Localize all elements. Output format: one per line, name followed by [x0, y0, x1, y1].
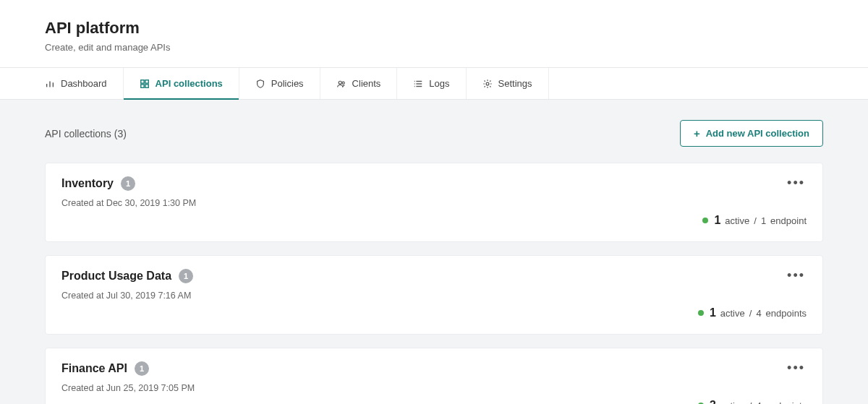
shield-icon [255, 79, 265, 89]
more-icon[interactable]: ••• [786, 361, 807, 374]
active-count: 1 [714, 214, 720, 227]
collections-list: Inventory 1 Created at Dec 30, 2019 1:30… [45, 163, 823, 404]
collection-status: 3 active / 4 endpoints [61, 399, 807, 404]
endpoint-label: endpoints [766, 400, 807, 404]
tab-bar: Dashboard API collections Policies Clien… [0, 67, 868, 100]
collection-badge: 1 [121, 176, 135, 191]
tab-dashboard[interactable]: Dashboard [45, 68, 124, 99]
collection-card[interactable]: Inventory 1 Created at Dec 30, 2019 1:30… [45, 163, 823, 242]
tab-label: Logs [429, 78, 449, 89]
svg-point-15 [486, 82, 489, 85]
tab-label: Clients [352, 78, 381, 89]
svg-point-7 [339, 81, 341, 84]
collection-badge: 1 [135, 361, 149, 376]
collection-status: 1 active / 1 endpoint [61, 214, 807, 227]
collection-name: Inventory [61, 177, 114, 190]
active-count: 3 [710, 399, 716, 404]
gear-icon [482, 79, 493, 89]
collection-name: Product Usage Data [61, 270, 171, 283]
collection-created: Created at Jun 25, 2019 7:05 PM [61, 383, 195, 393]
page-header: API platform Create, edit and manage API… [0, 0, 868, 67]
collection-created: Created at Dec 30, 2019 1:30 PM [61, 198, 196, 208]
tab-label: Policies [271, 78, 304, 89]
card-header: Finance API 1 Created at Jun 25, 2019 7:… [61, 361, 807, 393]
status-dot-icon [698, 310, 704, 316]
card-title-row: Finance API 1 [61, 361, 195, 376]
page-title: API platform [45, 19, 823, 38]
endpoint-label: endpoint [770, 215, 807, 226]
status-dot-icon [702, 218, 708, 223]
endpoint-count: 4 [756, 400, 761, 404]
tab-logs[interactable]: Logs [397, 68, 466, 99]
more-icon[interactable]: ••• [786, 176, 807, 189]
more-icon[interactable]: ••• [786, 269, 807, 282]
tab-collections[interactable]: API collections [124, 68, 239, 99]
card-header: Product Usage Data 1 Created at Jul 30, … [61, 269, 807, 301]
tab-label: API collections [156, 78, 223, 89]
list-title: API collections (3) [45, 128, 127, 139]
svg-rect-5 [140, 84, 143, 87]
tab-label: Settings [498, 78, 532, 89]
collection-name: Finance API [61, 362, 127, 375]
add-collection-label: Add new API collection [706, 128, 809, 139]
plus-icon: + [694, 128, 700, 139]
main-content: API collections (3) + Add new API collec… [0, 100, 868, 404]
list-icon [413, 79, 423, 89]
tab-label: Dashboard [61, 78, 107, 89]
svg-rect-6 [145, 84, 148, 87]
endpoint-count: 1 [761, 215, 766, 226]
page-subtitle: Create, edit and manage APIs [45, 42, 823, 53]
collection-status: 1 active / 4 endpoints [61, 306, 807, 319]
card-title-row: Inventory 1 [61, 176, 196, 191]
svg-point-8 [342, 82, 344, 84]
list-header: API collections (3) + Add new API collec… [45, 120, 823, 147]
tab-policies[interactable]: Policies [239, 68, 320, 99]
grid-icon [140, 79, 150, 89]
collection-badge: 1 [179, 269, 193, 283]
active-label: active [720, 400, 745, 404]
users-icon [336, 79, 346, 89]
bar-chart-icon [45, 79, 55, 89]
active-label: active [725, 215, 749, 226]
collection-created: Created at Jul 30, 2019 7:16 AM [61, 291, 193, 301]
endpoint-label: endpoints [766, 308, 807, 319]
tab-settings[interactable]: Settings [467, 68, 549, 99]
tab-clients[interactable]: Clients [320, 68, 398, 99]
collection-card[interactable]: Product Usage Data 1 Created at Jul 30, … [45, 255, 823, 335]
collection-card[interactable]: Finance API 1 Created at Jun 25, 2019 7:… [45, 348, 823, 404]
list-title-prefix: API collections [45, 128, 111, 139]
active-label: active [720, 308, 745, 319]
endpoint-count: 4 [756, 308, 761, 319]
list-count: 3 [117, 128, 123, 139]
card-header: Inventory 1 Created at Dec 30, 2019 1:30… [61, 176, 807, 208]
card-title-row: Product Usage Data 1 [61, 269, 193, 283]
svg-rect-4 [145, 79, 148, 82]
active-count: 1 [710, 306, 716, 319]
add-collection-button[interactable]: + Add new API collection [680, 120, 823, 147]
svg-rect-3 [140, 79, 143, 82]
